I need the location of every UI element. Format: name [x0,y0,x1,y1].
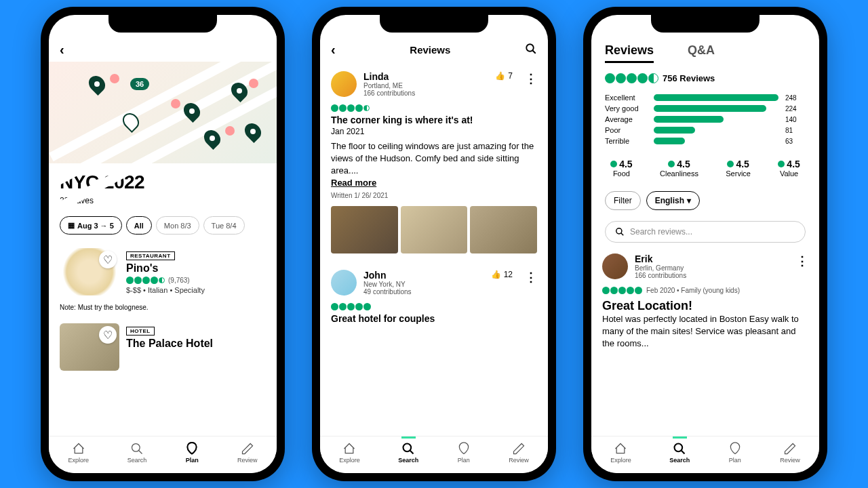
nav-explore[interactable]: Explore [68,442,89,464]
nav-search[interactable]: Search [398,442,418,464]
svg-point-1 [526,44,534,52]
more-options[interactable]: ⋮ [796,253,808,268]
review-item: Erik Berlin, Germany 166 contributions ⋮ [591,249,819,285]
tab-reviews[interactable]: Reviews [605,43,654,63]
subrating-food: 4.5Food [610,159,632,178]
nav-review[interactable]: Review [780,442,800,464]
phone-notch [108,15,217,33]
user-avatar[interactable] [331,71,357,97]
phone-review-summary: Reviews Q&A 756 Reviews Excellent248 Ver… [583,7,827,481]
rating-bubbles [331,303,537,310]
favorite-button[interactable]: ♡ [99,326,117,344]
user-contributions: 166 contributions [363,89,488,97]
chip-dates[interactable]: ▦Aug 3 → 5 [60,216,122,235]
more-options[interactable]: ⋮ [525,270,537,285]
item-image: ♡ [60,323,119,371]
tab-qa[interactable]: Q&A [688,43,715,63]
nav-review[interactable]: Review [237,442,258,464]
back-button[interactable]: ‹ [60,42,64,58]
chip-mon[interactable]: Mon 8/3 [156,216,199,235]
thumbs-up-icon: 👍 [495,71,505,81]
rating-bubbles [331,104,537,112]
back-button[interactable]: ‹ [331,42,336,58]
bottom-nav: Explore Search Plan Review [49,436,277,473]
nav-search[interactable]: Search [127,442,147,464]
nav-plan[interactable]: Plan [728,442,742,464]
item-meta: $-$$ • Italian • Specialty [126,286,205,294]
trip-note: Note: Must try the bolognese. [49,302,277,317]
review-meta: Feb 2020 • Family (young kids) [646,287,740,294]
like-button[interactable]: 👍7 [495,71,513,81]
saves-count: 23 Saves [60,196,266,205]
review-text: Hotel was perfectly located in Boston Ea… [602,313,808,350]
rating-bars: Excellent248 Very good224 Average140 Poo… [591,94,819,145]
item-image: ♡ [60,248,119,296]
nav-plan[interactable]: Plan [185,442,199,464]
saved-item-hotel[interactable]: ♡ HOTEL The Palace Hotel [49,317,277,378]
saved-item-restaurant[interactable]: ♡ RESTAURANT Pino's (9,763) $-$$ • Itali… [49,241,277,302]
user-name[interactable]: John [363,270,484,281]
review-item: John New York, NY 49 contributions 👍12 ⋮ [320,260,548,301]
phone-notch [380,15,488,33]
category-tag: RESTAURANT [126,251,175,260]
tabs: Reviews Q&A [591,38,819,63]
written-date: Written 1/ 26/ 2021 [331,192,537,199]
user-location: New York, NY [363,281,484,288]
filter-row: Filter English▾ [591,188,819,218]
user-avatar[interactable] [602,253,628,279]
review-title: Great Location! [602,299,808,313]
subrating-value: 4.5Value [778,159,800,178]
language-select[interactable]: English▾ [646,191,700,210]
category-tag: HOTEL [126,327,155,336]
chevron-down-icon: ▾ [687,196,691,205]
review-photos [320,199,548,260]
phone-trip: ‹ 36 NYC 2022 23 Saves ▦Aug 3 → 5 All Mo… [41,7,285,481]
calendar-icon: ▦ [68,221,75,230]
user-location: Portland, ME [363,82,488,89]
like-button[interactable]: 👍12 [491,270,513,279]
map-cluster-badge[interactable]: 36 [130,78,149,90]
review-photo[interactable] [470,206,537,253]
filter-button[interactable]: Filter [605,191,641,210]
bar-average[interactable]: Average140 [605,115,806,123]
nav-search[interactable]: Search [669,442,690,464]
user-avatar[interactable] [331,270,357,296]
search-icon[interactable] [525,43,537,58]
review-photo[interactable] [401,206,468,253]
date-chips: ▦Aug 3 → 5 All Mon 8/3 Tue 8/4 [49,209,277,241]
read-more-link[interactable]: Read more [331,178,537,188]
search-reviews-input[interactable]: Search reviews... [605,221,806,243]
map-view[interactable]: 36 [49,62,277,163]
user-name[interactable]: Erik [635,253,784,264]
bottom-nav: Explore Search Plan Review [320,436,548,473]
subrating-cleanliness: 4.5Cleanliness [660,159,698,178]
review-item: Linda Portland, ME 166 contributions 👍7 … [320,62,548,102]
more-options[interactable]: ⋮ [525,71,537,86]
favorite-button[interactable]: ♡ [99,251,117,268]
search-icon [615,227,625,237]
bar-excellent[interactable]: Excellent248 [605,94,806,102]
bar-verygood[interactable]: Very good224 [605,104,806,113]
svg-point-2 [403,444,412,452]
rating-bubbles [602,287,642,294]
user-name[interactable]: Linda [363,71,488,82]
svg-point-3 [616,228,622,234]
phone-notch [651,15,760,33]
svg-point-4 [675,444,683,452]
nav-review[interactable]: Review [509,442,529,464]
svg-point-0 [132,444,140,452]
nav-plan[interactable]: Plan [457,442,471,464]
review-photo[interactable] [331,206,398,253]
bottom-nav: Explore Search Plan Review [591,436,819,473]
bar-terrible[interactable]: Terrible63 [605,137,806,145]
chip-tue[interactable]: Tue 8/4 [203,216,245,235]
review-text: The floor to ceiling windows are just am… [331,140,537,178]
nav-explore[interactable]: Explore [610,442,631,464]
bar-poor[interactable]: Poor81 [605,126,806,134]
sub-ratings: 4.5Food 4.5Cleanliness 4.5Service 4.5Val… [591,148,819,188]
user-location: Berlin, Germany [635,264,784,272]
subrating-service: 4.5Service [726,159,751,178]
phone-reviews: ‹ Reviews Linda Portland, ME 166 contrib… [312,7,556,481]
chip-all[interactable]: All [126,216,152,235]
nav-explore[interactable]: Explore [339,442,360,464]
